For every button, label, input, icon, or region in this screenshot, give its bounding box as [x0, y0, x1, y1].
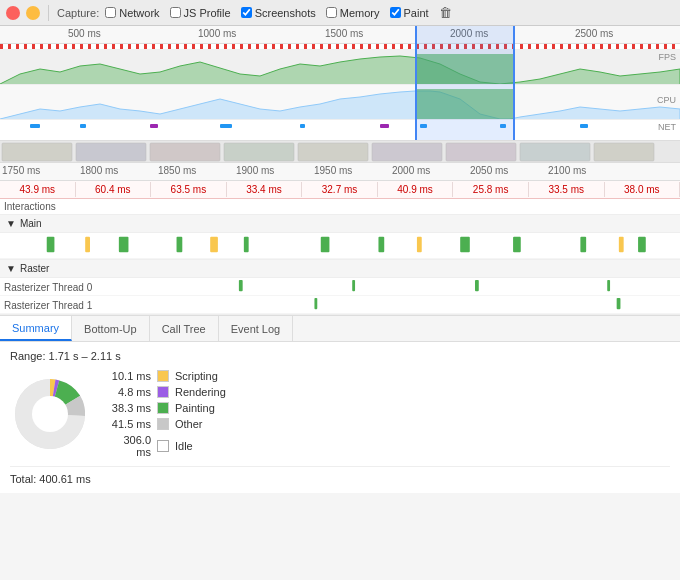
other-value: 41.5 ms: [106, 418, 151, 430]
tick-2000: 2000 ms: [392, 165, 430, 176]
svg-rect-32: [619, 237, 624, 252]
svg-rect-14: [224, 143, 294, 161]
main-arrow: ▼: [6, 218, 16, 229]
svg-rect-11: [2, 143, 72, 161]
tab-event-log[interactable]: Event Log: [219, 316, 294, 341]
toolbar: Capture: Network JS Profile Screenshots …: [0, 0, 680, 26]
reload-button[interactable]: [26, 6, 40, 20]
checkbox-network[interactable]: Network: [105, 7, 159, 19]
svg-rect-20: [47, 237, 55, 252]
checkbox-screenshots[interactable]: Screenshots: [241, 7, 316, 19]
svg-rect-16: [372, 143, 442, 161]
svg-rect-7: [380, 124, 389, 128]
svg-rect-17: [446, 143, 516, 161]
svg-rect-24: [210, 237, 218, 252]
checkbox-jsprofile-input[interactable]: [170, 7, 181, 18]
ms-cell-4: 32.7 ms: [302, 182, 378, 197]
svg-rect-30: [513, 237, 521, 252]
summary-panel: Range: 1.71 s – 2.11 s: [0, 342, 680, 493]
checkbox-memory-input[interactable]: [326, 7, 337, 18]
tab-bottom-up[interactable]: Bottom-Up: [72, 316, 150, 341]
svg-rect-8: [420, 124, 427, 128]
tick-1850: 1850 ms: [158, 165, 196, 176]
rendering-label: Rendering: [175, 386, 226, 398]
tick-2050: 2050 ms: [470, 165, 508, 176]
svg-rect-21: [85, 237, 90, 252]
ms-cell-5: 40.9 ms: [378, 182, 454, 197]
checkbox-network-label: Network: [119, 7, 159, 19]
ms-cell-6: 25.8 ms: [453, 182, 529, 197]
svg-rect-26: [321, 237, 330, 252]
rendering-value: 4.8 ms: [106, 386, 151, 398]
idle-color: [157, 440, 169, 452]
rasterizer0-row: Rasterizer Thread 0: [0, 278, 680, 296]
svg-rect-37: [607, 280, 610, 291]
checkbox-memory-label: Memory: [340, 7, 380, 19]
painting-color: [157, 402, 169, 414]
legend-other: 41.5 ms Other: [106, 418, 226, 430]
painting-label: Painting: [175, 402, 215, 414]
legend: 10.1 ms Scripting 4.8 ms Rendering 38.3 …: [106, 370, 226, 458]
checkbox-network-input[interactable]: [105, 7, 116, 18]
ruler-tick-500: 500 ms: [68, 28, 101, 39]
checkbox-paint-label: Paint: [404, 7, 429, 19]
rasterizer1-flames: [130, 296, 650, 313]
svg-rect-2: [30, 124, 40, 128]
tab-summary[interactable]: Summary: [0, 316, 72, 341]
flame-chart: 1750 ms 1800 ms 1850 ms 1900 ms 1950 ms …: [0, 141, 680, 316]
cpu-graph: [0, 89, 680, 119]
checkbox-screenshots-input[interactable]: [241, 7, 252, 18]
tab-call-tree[interactable]: Call Tree: [150, 316, 219, 341]
svg-rect-9: [500, 124, 506, 128]
checkbox-jsprofile[interactable]: JS Profile: [170, 7, 231, 19]
svg-rect-12: [76, 143, 146, 161]
checkbox-paint[interactable]: Paint: [390, 7, 429, 19]
bottom-tabs: Summary Bottom-Up Call Tree Event Log: [0, 316, 680, 342]
raster-arrow: ▼: [6, 263, 16, 274]
idle-label: Idle: [175, 440, 193, 452]
painting-value: 38.3 ms: [106, 402, 151, 414]
ms-cell-7: 33.5 ms: [529, 182, 605, 197]
svg-rect-35: [352, 280, 355, 291]
svg-rect-31: [580, 237, 586, 252]
svg-rect-33: [638, 237, 646, 252]
idle-value: 306.0 ms: [106, 434, 151, 458]
checkbox-group: Network JS Profile Screenshots Memory Pa…: [105, 7, 428, 19]
rasterizer1-label: Rasterizer Thread 1: [4, 299, 92, 310]
svg-rect-23: [177, 237, 183, 252]
total-row: Total: 400.61 ms: [10, 466, 670, 485]
raster-thread-section: ▼ Raster Rasterizer Thread 0 Rasterizer …: [0, 260, 680, 315]
range-label: Range: 1.71 s – 2.11 s: [10, 350, 670, 362]
svg-rect-18: [520, 143, 590, 161]
total-label: Total: 400.61 ms: [10, 473, 91, 485]
net-bar: NET: [0, 120, 680, 138]
main-label: Main: [20, 218, 42, 229]
svg-rect-1: [415, 89, 515, 119]
ruler-tick-1000: 1000 ms: [198, 28, 236, 39]
checkbox-paint-input[interactable]: [390, 7, 401, 18]
other-color: [157, 418, 169, 430]
raster-thread-header[interactable]: ▼ Raster: [0, 260, 680, 278]
interactions-label: Interactions: [4, 201, 56, 212]
legend-scripting: 10.1 ms Scripting: [106, 370, 226, 382]
fps-bar: FPS: [0, 50, 680, 85]
main-thread-header[interactable]: ▼ Main: [0, 215, 680, 233]
clear-button[interactable]: 🗑: [439, 5, 452, 20]
svg-rect-6: [300, 124, 305, 128]
svg-rect-0: [415, 54, 515, 84]
tick-1950: 1950 ms: [314, 165, 352, 176]
legend-painting: 38.3 ms Painting: [106, 402, 226, 414]
interactions-row: Interactions: [0, 199, 680, 215]
ruler-tick-2500: 2500 ms: [575, 28, 613, 39]
svg-rect-15: [298, 143, 368, 161]
main-thread-section: ▼ Main: [0, 215, 680, 260]
legend-rendering: 4.8 ms Rendering: [106, 386, 226, 398]
svg-rect-28: [417, 237, 422, 252]
svg-rect-27: [378, 237, 384, 252]
legend-idle: 306.0 ms Idle: [106, 434, 226, 458]
stop-button[interactable]: [6, 6, 20, 20]
net-graph: [0, 120, 680, 138]
scripting-value: 10.1 ms: [106, 370, 151, 382]
other-label: Other: [175, 418, 203, 430]
checkbox-memory[interactable]: Memory: [326, 7, 380, 19]
